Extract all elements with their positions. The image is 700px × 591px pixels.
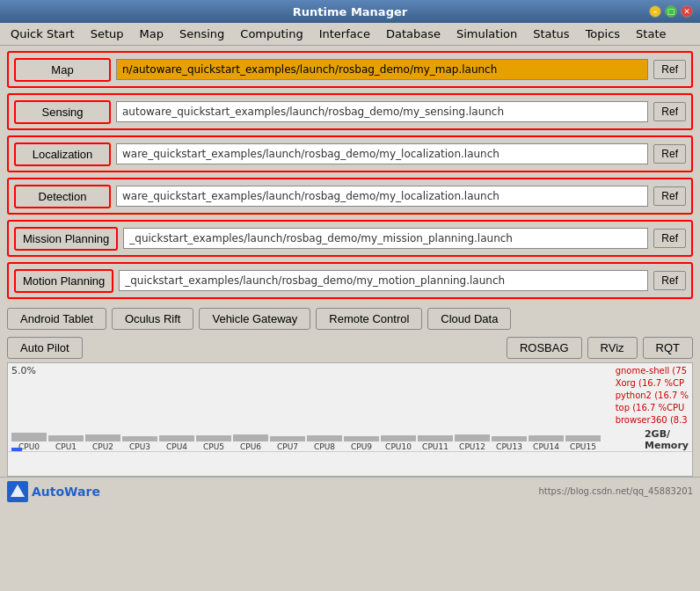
logo-text: AutoWare (32, 485, 100, 499)
rosbag-button[interactable]: ROSBAG (507, 337, 582, 359)
cpu-label-cpu8: CPU8 (314, 442, 335, 451)
cpu-bars-container: CPU0CPU1CPU2CPU3CPU4CPU5CPU6CPU7CPU8CPU9… (8, 377, 692, 452)
section-path-detection: ware_quickstart_examples/launch/rosbag_d… (116, 186, 648, 207)
bottom-button-cloud-data[interactable]: Cloud Data (427, 308, 511, 330)
cpu-bar-wrap-cpu15: CPU15 (565, 435, 601, 451)
ref-button-localization[interactable]: Ref (653, 144, 686, 164)
rqt-button[interactable]: RQT (643, 337, 693, 359)
action-bar: Auto Pilot ROSBAG RViz RQT (0, 333, 700, 362)
menu-item-database[interactable]: Database (379, 25, 448, 43)
bottom-button-android-tablet[interactable]: Android Tablet (7, 308, 106, 330)
ref-button-map[interactable]: Ref (653, 60, 686, 79)
autoware-logo: AutoWare (7, 481, 100, 502)
menu-item-simulation[interactable]: Simulation (449, 25, 524, 43)
section-button-map[interactable]: Map (14, 58, 111, 82)
footer: AutoWare https://blog.csdn.net/qq_458832… (0, 477, 700, 505)
section-row-localization: Localizationware_quickstart_examples/lau… (7, 135, 693, 172)
cpu-bar-wrap-cpu2: CPU2 (85, 434, 120, 451)
cpu-label-cpu10: CPU10 (385, 442, 412, 451)
bottom-buttons-row: Android TabletOculus RiftVehicle Gateway… (0, 304, 700, 333)
cpu-bar-cpu14 (529, 435, 564, 441)
main-content: Mapn/autoware_quickstart_examples/launch… (0, 46, 700, 304)
title-bar: Runtime Manager – □ ✕ (0, 0, 700, 23)
bottom-button-remote-control[interactable]: Remote Control (316, 308, 422, 330)
section-row-sensing: Sensingautoware_quickstart_examples/laun… (7, 93, 693, 130)
ref-button-detection[interactable]: Ref (653, 186, 686, 206)
rviz-button[interactable]: RViz (587, 337, 638, 359)
cpu-label-cpu4: CPU4 (166, 442, 187, 451)
section-path-mission-planning: _quickstart_examples/launch/rosbag_demo/… (123, 228, 648, 249)
close-button[interactable]: ✕ (681, 5, 693, 18)
menu-item-topics[interactable]: Topics (579, 25, 627, 43)
cpu-label-cpu6: CPU6 (240, 442, 261, 451)
section-row-detection: Detectionware_quickstart_examples/launch… (7, 178, 693, 215)
section-path-localization: ware_quickstart_examples/launch/rosbag_d… (116, 143, 648, 164)
cpu-label-cpu11: CPU11 (422, 442, 448, 451)
cpu-bar-wrap-cpu8: CPU8 (307, 435, 342, 451)
process-item: python2 (16.7 % (616, 390, 689, 402)
bottom-button-oculus-rift[interactable]: Oculus Rift (112, 308, 194, 330)
ref-button-sensing[interactable]: Ref (653, 102, 686, 121)
cpu-bar-cpu4 (159, 435, 194, 441)
auto-pilot-button[interactable]: Auto Pilot (7, 337, 83, 359)
cpu-percent-label: 5.0% (11, 365, 36, 376)
cpu-bar-cpu5 (196, 435, 231, 441)
section-button-mission-planning[interactable]: Mission Planning (14, 227, 118, 251)
section-path-motion-planning: _quickstart_examples/launch/rosbag_demo/… (119, 270, 648, 291)
cpu-bar-cpu3 (122, 436, 157, 441)
process-item: Xorg (16.7 %CP (616, 377, 689, 390)
cpu-label-cpu5: CPU5 (203, 442, 224, 451)
menu-item-setup[interactable]: Setup (84, 25, 131, 43)
cpu-bar-cpu13 (492, 436, 527, 441)
process-item: top (16.7 %CPU (616, 402, 689, 414)
menu-item-quick-start[interactable]: Quick Start (4, 25, 82, 43)
cpu-label-cpu3: CPU3 (129, 442, 150, 451)
cpu-label-cpu12: CPU12 (459, 442, 485, 451)
cpu-bar-wrap-cpu7: CPU7 (270, 436, 305, 451)
section-row-motion-planning: Motion Planning_quickstart_examples/laun… (7, 262, 693, 299)
cpu-bar-cpu12 (455, 434, 490, 441)
cpu-bar-cpu15 (565, 435, 601, 441)
process-item: browser360 (8.3 (616, 414, 689, 427)
section-button-detection[interactable]: Detection (14, 185, 111, 208)
menu-item-status[interactable]: Status (526, 25, 576, 43)
memory-label: 2GB/Memory (645, 428, 689, 451)
section-path-sensing: autoware_quickstart_examples/launch/rosb… (116, 101, 648, 122)
monitor-area: 5.0% CPU0CPU1CPU2CPU3CPU4CPU5CPU6CPU7CPU… (7, 362, 693, 477)
footer-url: https://blog.csdn.net/qq_45883201 (538, 486, 693, 496)
window-title: Runtime Manager (293, 5, 407, 18)
menu-item-sensing[interactable]: Sensing (172, 25, 231, 43)
cpu-label-cpu2: CPU2 (92, 442, 113, 451)
section-button-motion-planning[interactable]: Motion Planning (14, 269, 113, 293)
svg-marker-0 (11, 485, 25, 497)
section-button-localization[interactable]: Localization (14, 142, 111, 166)
section-row-map: Mapn/autoware_quickstart_examples/launch… (7, 51, 693, 88)
cpu-label-cpu1: CPU1 (55, 442, 77, 451)
cpu-label-cpu14: CPU14 (533, 442, 559, 451)
bottom-button-vehicle-gateway[interactable]: Vehicle Gateway (199, 308, 310, 330)
cpu-label-cpu9: CPU9 (351, 442, 372, 451)
cpu-blue-indicator (11, 448, 22, 451)
menu-item-interface[interactable]: Interface (312, 25, 377, 43)
cpu-bar-cpu2 (85, 434, 120, 441)
logo-icon (7, 481, 28, 502)
cpu-bar-cpu9 (344, 436, 379, 441)
minimize-button[interactable]: – (649, 5, 661, 18)
cpu-bar-cpu8 (307, 435, 342, 441)
process-item: gnome-shell (75 (616, 365, 689, 377)
ref-button-motion-planning[interactable]: Ref (653, 271, 686, 290)
ref-button-mission-planning[interactable]: Ref (653, 229, 686, 248)
maximize-button[interactable]: □ (665, 5, 677, 18)
window-controls: – □ ✕ (649, 5, 693, 18)
cpu-bar-cpu0 (11, 433, 47, 441)
cpu-bar-wrap-cpu11: CPU11 (418, 435, 453, 451)
menu-item-computing[interactable]: Computing (233, 25, 310, 43)
menu-item-state[interactable]: State (629, 25, 673, 43)
cpu-bar-wrap-cpu5: CPU5 (196, 435, 231, 451)
menu-item-map[interactable]: Map (133, 25, 171, 43)
section-button-sensing[interactable]: Sensing (14, 100, 111, 124)
cpu-bar-wrap-cpu10: CPU10 (381, 435, 416, 451)
cpu-bar-wrap-cpu1: CPU1 (48, 435, 84, 451)
cpu-bar-wrap-cpu6: CPU6 (233, 434, 268, 451)
section-row-mission-planning: Mission Planning_quickstart_examples/lau… (7, 220, 693, 257)
